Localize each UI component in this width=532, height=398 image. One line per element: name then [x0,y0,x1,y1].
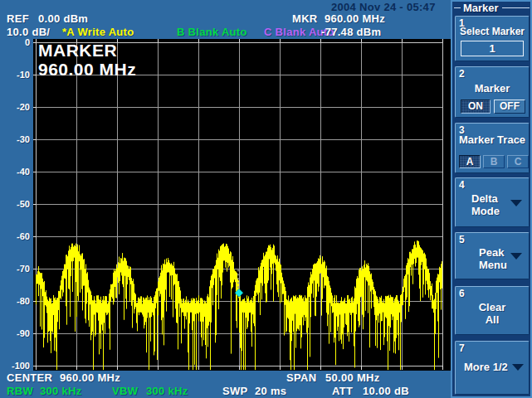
softkey-marker-onoff[interactable]: 2 Marker ON OFF [455,66,530,118]
marker-on-button[interactable]: ON [461,100,491,114]
spectrum-trace-svg [33,39,451,371]
sweep-value: 20 ms [255,385,286,397]
y-axis-label: -10 [0,70,30,80]
softkey-label-line1: Peak [479,246,507,259]
center-freq-value: 960.00 MHz [60,371,120,384]
softkey-select-marker[interactable]: 1 Select Marker 1 [455,16,530,61]
softkey-more[interactable]: 7 More 1/2 [455,341,530,395]
select-marker-value-button[interactable]: 1 [461,41,524,56]
rbw-label: RBW [7,385,33,397]
softkey-label: Select Marker [456,26,529,37]
plot-area: MARKER 960.00 MHz [33,39,451,371]
softkey-label: Marker [456,82,529,95]
y-axis-label: -50 [0,199,30,209]
span-label: SPAN [286,371,316,384]
span-value: 50.00 MHz [325,371,380,384]
sweep-label: SWP [222,385,248,397]
trace-a-button[interactable]: A [459,155,481,168]
softkey-peak-menu[interactable]: 5 Peak Menu [455,232,530,279]
menu-title-rule-left [454,7,461,8]
trace-a-status: *A Write Auto [62,26,134,38]
softkey-label-line2: All [456,313,529,326]
softkey-menu-panel: Marker 1 Select Marker 1 2 Marker ON OFF… [451,0,532,398]
softkey-number: 4 [459,179,465,191]
softkey-label-line2: Mode [471,205,500,217]
y-axis-label: -70 [0,264,30,274]
menu-title-rule-right [502,7,530,8]
dropdown-arrow-icon [510,200,522,206]
dropdown-arrow-icon [512,364,524,371]
center-freq-label: CENTER [7,371,52,384]
atten-value: 10.00 dB [363,385,409,397]
trace-b-status: B Blank Auto [177,26,247,38]
softkey-number: 2 [459,68,465,80]
ref-value: 0.00 dBm [38,12,88,25]
spectrum-analyzer-screen: REF 0.00 dBm 10.0 dB/ *A Write Auto B Bl… [0,0,532,398]
y-axis-label: -90 [0,328,30,338]
y-axis-label: -30 [0,134,30,144]
y-axis-label: -40 [0,167,30,177]
y-axis-label: 0 [0,37,30,47]
trace-c-button[interactable]: C [507,155,529,168]
softkey-clear-all[interactable]: 6 Clear All [455,286,530,335]
vbw-label: VBW [112,385,138,397]
y-axis-label: -20 [0,102,30,112]
marker-readout-label: MKR [292,12,318,25]
y-axis-label: -60 [0,231,30,241]
softkey-number: 5 [459,234,465,245]
marker-off-button[interactable]: OFF [494,100,525,114]
atten-label: ATT [332,385,353,397]
y-axis-label: -80 [0,296,30,306]
softkey-marker-trace[interactable]: 3 Marker Trace A B C [455,123,530,173]
softkey-label: Marker Trace [456,133,529,146]
trace-b-button[interactable]: B [483,155,505,168]
marker-readout-freq: 960.00 MHz [325,12,385,25]
rbw-value: 300 kHz [40,385,82,397]
softkey-number: 6 [459,288,465,299]
softkey-label-line2: Menu [479,259,507,271]
vbw-value: 300 kHz [146,385,188,397]
scale-per-div: 10.0 dB/ [7,26,50,38]
softkey-delta-mode[interactable]: 4 Delta Mode [455,177,530,227]
y-axis-label: -100 [0,361,30,371]
menu-title: Marker [463,2,499,14]
datetime: 2004 Nov 24 - 05:47 [331,1,436,13]
softkey-label-line1: Clear [456,301,529,313]
softkey-number: 7 [459,342,465,354]
softkey-label-line1: Delta [471,192,500,205]
dropdown-arrow-icon [510,253,522,260]
marker-readout-level: -77.48 dBm [321,26,381,38]
softkey-label: More 1/2 [464,361,508,373]
ref-label: REF [7,12,29,25]
